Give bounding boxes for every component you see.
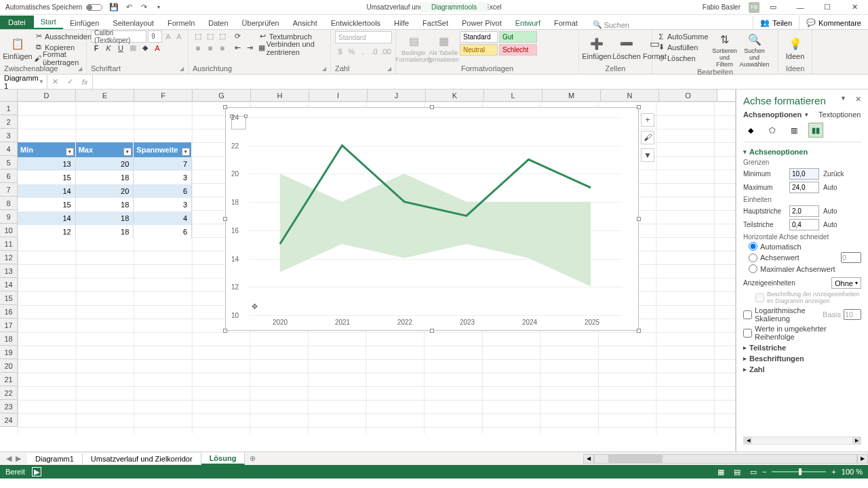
tab-data[interactable]: Daten — [201, 17, 235, 29]
col-header[interactable]: N — [601, 89, 659, 101]
worksheet-grid[interactable]: D E F G H I J K L M N O 1234567891011121… — [0, 89, 736, 451]
row-header[interactable]: 7 — [0, 183, 18, 197]
row-header[interactable]: 6 — [0, 169, 18, 183]
col-header[interactable]: G — [193, 89, 251, 101]
dialog-launcher-icon[interactable]: ◢ — [78, 66, 82, 72]
row-header[interactable]: 19 — [0, 346, 18, 359]
table-cell[interactable]: 18 — [76, 225, 134, 239]
section-labels[interactable]: Beschriftungen — [743, 354, 861, 363]
resize-handle[interactable] — [223, 329, 227, 333]
axis-max-reset[interactable]: Auto — [823, 184, 837, 191]
fill-button[interactable]: ⬇Ausfüllen — [656, 42, 709, 52]
sheet-tab-active[interactable]: Lösung — [201, 453, 245, 465]
table-row[interactable]: 14206 — [18, 184, 192, 198]
new-sheet-button[interactable]: ⊕ — [245, 454, 260, 463]
comments-button[interactable]: 💬Kommentare — [799, 16, 868, 29]
pane-tab-axis-options[interactable]: Achsenoptionen ▼ — [743, 110, 809, 119]
row-header[interactable]: 1 — [0, 102, 18, 115]
row-header[interactable]: 16 — [0, 305, 18, 319]
dialog-launcher-icon[interactable]: ◢ — [322, 66, 326, 72]
fx-icon[interactable]: fx — [77, 75, 92, 89]
reverse-order-checkbox[interactable] — [743, 329, 752, 338]
clear-button[interactable]: ◇Löschen — [656, 53, 709, 63]
chart-elements-button[interactable]: + — [641, 113, 654, 127]
table-cell[interactable]: 6 — [134, 184, 192, 198]
crosses-value-input[interactable] — [841, 252, 861, 263]
macro-record-icon[interactable]: ▶ — [32, 467, 41, 476]
style-good[interactable]: Gut — [499, 31, 537, 43]
table-cell[interactable]: 3 — [134, 198, 192, 211]
corridor-area[interactable] — [280, 174, 591, 286]
table-row[interactable]: 14184 — [18, 211, 192, 225]
table-cell[interactable]: 14 — [18, 211, 76, 225]
table-cell[interactable]: 4 — [134, 211, 192, 225]
table-row[interactable]: 15183 — [18, 171, 192, 184]
col-header[interactable]: K — [426, 89, 484, 101]
share-button[interactable]: 👥Teilen — [753, 16, 799, 29]
tab-start[interactable]: Start — [34, 16, 63, 29]
underline-button[interactable]: U — [115, 43, 126, 54]
tell-me-search[interactable]: 🔍 Suchen — [593, 20, 629, 29]
row-header[interactable]: 21 — [0, 373, 18, 386]
log-base-input[interactable] — [844, 309, 861, 320]
table-cell[interactable]: 18 — [76, 211, 134, 225]
tab-file[interactable]: Datei — [0, 16, 34, 29]
style-standard[interactable]: Standard — [460, 31, 498, 43]
page-break-button[interactable]: ▭ — [746, 466, 761, 477]
crosses-auto-radio[interactable] — [749, 242, 757, 251]
data-table[interactable]: Min▾ Max▾ Spannweite▾ 132071518314206151… — [18, 142, 192, 239]
qat-dropdown-icon[interactable]: ▾ — [154, 3, 163, 12]
sheet-tab[interactable]: Umsatzverlauf und Zielkorridor — [83, 453, 201, 464]
font-size-select[interactable]: 9 — [148, 30, 162, 43]
select-all-corner[interactable] — [0, 89, 18, 101]
table-cell[interactable]: 14 — [18, 184, 76, 198]
hscroll-track[interactable] — [594, 454, 857, 464]
sort-filter-button[interactable]: ⇅Sortieren und Filtern — [711, 31, 738, 68]
find-select-button[interactable]: 🔍Suchen und Auswählen — [741, 31, 768, 68]
row-header[interactable]: 13 — [0, 264, 18, 278]
user-avatar[interactable]: FB — [749, 2, 760, 13]
merge-button[interactable]: ▦Verbinden und zentrieren — [258, 43, 326, 53]
hscroll-right[interactable]: ▶ — [857, 454, 868, 464]
pane-options-icon[interactable]: ▼ — [840, 95, 846, 102]
col-header[interactable]: F — [134, 89, 193, 101]
resize-handle[interactable] — [637, 217, 641, 221]
effects-icon[interactable]: ⬠ — [765, 123, 780, 138]
tab-format[interactable]: Format — [547, 17, 585, 29]
col-header[interactable]: I — [309, 89, 368, 101]
pane-scrollbar[interactable]: ◀▶ — [743, 436, 861, 445]
maximize-icon[interactable]: ☐ — [814, 1, 841, 14]
row-header[interactable]: 4 — [0, 142, 18, 156]
resize-handle[interactable] — [430, 329, 434, 333]
resize-handle[interactable] — [430, 105, 434, 109]
format-as-table-button[interactable]: ▦Als Tabelle formatieren — [430, 31, 457, 64]
tab-formulas[interactable]: Formeln — [161, 17, 201, 29]
tab-factset[interactable]: FactSet — [416, 17, 455, 29]
display-units-select[interactable]: Ohne▾ — [831, 277, 861, 289]
zoom-level[interactable]: 100 % — [842, 468, 863, 476]
user-name[interactable]: Fabio Basler — [703, 3, 741, 11]
table-header-max[interactable]: Max▾ — [76, 142, 134, 157]
plot-area[interactable]: 1012141618202224202020212022202320242025 — [249, 117, 622, 314]
row-header[interactable]: 12 — [0, 251, 18, 264]
table-header-min[interactable]: Min▾ — [18, 142, 76, 157]
filter-icon[interactable]: ▾ — [66, 148, 74, 156]
sheet-tab[interactable]: Diagramm1 — [27, 453, 83, 464]
col-header[interactable]: D — [18, 89, 76, 101]
sheet-nav-buttons[interactable]: ◀▶ — [0, 454, 27, 463]
decrease-font-icon[interactable]: A — [174, 31, 184, 42]
row-header[interactable]: 11 — [0, 237, 18, 251]
axis-options-icon[interactable]: ▮▮ — [808, 123, 823, 138]
axis-min-reset[interactable]: Zurück — [823, 170, 844, 178]
resize-handle[interactable] — [637, 105, 641, 109]
table-cell[interactable]: 18 — [76, 198, 134, 211]
table-cell[interactable]: 15 — [18, 171, 76, 184]
log-scale-checkbox[interactable] — [743, 310, 752, 319]
filter-icon[interactable]: ▾ — [182, 148, 190, 156]
increase-font-icon[interactable]: A — [163, 31, 173, 42]
page-layout-button[interactable]: ▤ — [730, 466, 745, 477]
table-cell[interactable]: 20 — [76, 157, 134, 171]
font-color-button[interactable]: A — [152, 43, 163, 54]
tab-insert[interactable]: Einfügen — [63, 17, 106, 29]
table-cell[interactable]: 13 — [18, 157, 76, 171]
